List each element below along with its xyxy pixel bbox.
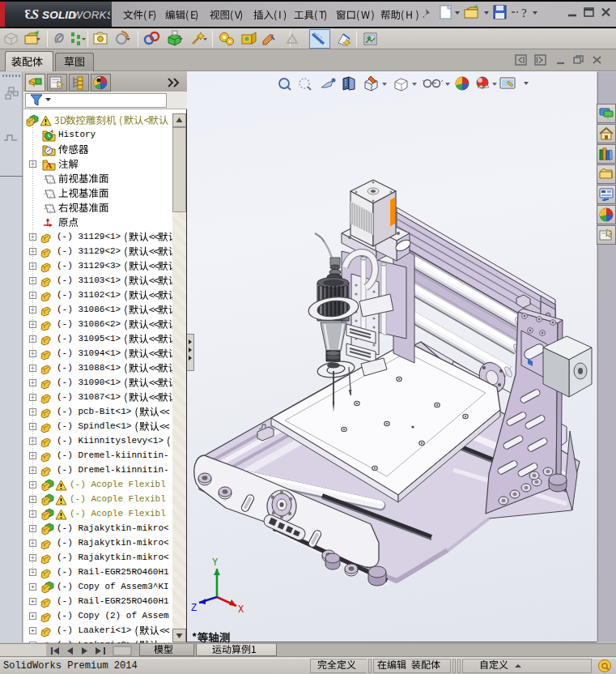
- svg-text:SOLID: SOLID: [42, 9, 76, 21]
- svg-text:A: A: [46, 160, 53, 170]
- svg-text:S: S: [32, 7, 39, 21]
- svg-text:?: ?: [521, 6, 527, 19]
- svg-text:X: X: [238, 604, 244, 616]
- svg-text:Z: Z: [191, 603, 197, 614]
- svg-text:Y: Y: [212, 557, 218, 569]
- svg-text:WORKS: WORKS: [72, 9, 110, 21]
